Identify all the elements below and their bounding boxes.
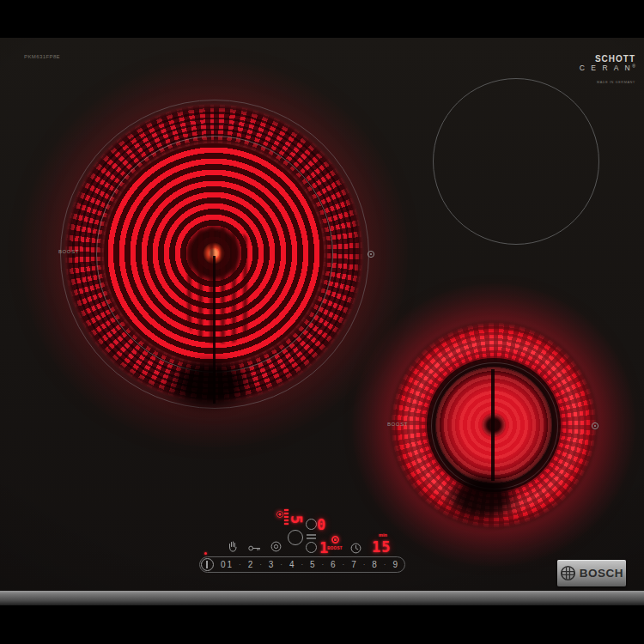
schott-ceran-print: SCHOTT C E R A N® (574, 54, 635, 72)
zone-front-right[interactable] (382, 313, 605, 537)
zone-front-left-dual-zone-mark-icon (367, 250, 375, 258)
slider-level-3[interactable]: 3 (269, 560, 274, 569)
slider-separator: · (363, 561, 366, 568)
bosch-logo-text: BOSCH (580, 567, 623, 580)
dual-zone-toggle-icon[interactable] (270, 541, 282, 552)
ceran-line: C E R A N® (574, 64, 635, 72)
slider-separator: · (301, 561, 303, 568)
bosch-emblem-icon (560, 565, 576, 581)
zone-front-right-inner-disc (436, 368, 551, 483)
slider-separator: · (322, 561, 325, 568)
slider-level-list[interactable]: 1·2·3·4·5·6·7·8·9 (228, 560, 398, 569)
back-right-level-display: 0 (317, 516, 325, 533)
power-level-slider[interactable]: 0 1·2·3·4·5·6·7·8·9 (199, 556, 405, 573)
zone-front-left-coil-serpentine (187, 228, 252, 343)
hob-front-bevel (0, 591, 644, 605)
zone-front-left[interactable] (60, 100, 369, 409)
slider-level-5[interactable]: 5 (310, 560, 315, 569)
timer-unit-label: min (379, 532, 387, 538)
schott-subline-print: MADE IN GERMANY (567, 81, 635, 84)
slider-separator: · (259, 561, 262, 568)
zone-front-left-element-shadow (161, 355, 258, 412)
zone-front-right-dual-zone-mark-icon (591, 422, 599, 430)
slider-level-9[interactable]: 9 (392, 560, 398, 569)
slider-levels[interactable]: 0 1·2·3·4·5·6·7·8·9 (214, 560, 404, 569)
model-code-print: PKM631FP8E (24, 54, 60, 59)
slider-level-4[interactable]: 4 (289, 560, 295, 569)
slider-separator: · (384, 561, 386, 568)
child-lock-key-icon[interactable] (248, 544, 261, 552)
slider-level-7[interactable]: 7 (351, 560, 356, 569)
hob-product-photo: BOOST BOOST PKM631FP8E SCHOTT C E R A N®… (0, 0, 644, 644)
power-led (204, 552, 207, 555)
left-zone-dual-indicator-icon (276, 511, 283, 518)
zone-select-front-right[interactable] (306, 542, 317, 553)
timer-value-display: 15 (372, 538, 391, 556)
zone-front-left-boost-print: BOOST (58, 249, 79, 254)
zone-select-divider-line (307, 538, 316, 539)
slider-separator: · (280, 561, 283, 568)
slider-level-6[interactable]: 6 (331, 560, 336, 569)
boost-indicator-icon[interactable] (331, 536, 339, 544)
zone-front-right-element-shadow (442, 473, 521, 525)
boost-indicator-label: BOOST (326, 546, 343, 550)
slider-separator: · (343, 561, 345, 568)
zone-front-right-boost-print: BOOST (387, 422, 408, 427)
timer-clock-icon[interactable] (350, 543, 361, 554)
slider-level-0[interactable]: 0 (221, 560, 226, 569)
zone-select-back-right[interactable] (306, 519, 317, 530)
slider-level-8[interactable]: 8 (372, 560, 377, 569)
wipe-protection-icon[interactable] (227, 540, 238, 552)
slider-level-1[interactable]: 1 (228, 560, 233, 569)
bosch-logo-plate: BOSCH (557, 560, 626, 586)
registered-mark: ® (632, 64, 635, 69)
zone-back-right[interactable] (433, 78, 599, 245)
slider-separator: · (239, 561, 241, 568)
zone-select-divider-line (307, 534, 316, 536)
left-zone-level-display: 5 (287, 510, 306, 529)
power-icon[interactable] (201, 558, 214, 571)
schott-line: SCHOTT (574, 54, 635, 64)
zone-select-front-left[interactable] (288, 530, 303, 545)
zone-front-right-sensor-bar (491, 369, 495, 481)
slider-level-2[interactable]: 2 (248, 560, 253, 569)
